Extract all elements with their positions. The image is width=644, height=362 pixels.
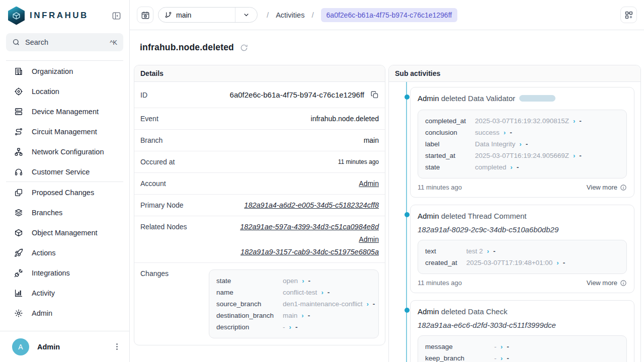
breadcrumb: / Activities / 6a0f2e6c-b61a-4f75-b974-c… bbox=[267, 8, 457, 22]
sub-activities-header: Sub activities bbox=[389, 65, 640, 82]
info-icon bbox=[620, 184, 627, 191]
search-input[interactable]: Search ^K bbox=[6, 33, 123, 51]
details-row-links: Admin bbox=[359, 179, 379, 188]
property-row: destination_branchmain›- bbox=[216, 310, 375, 321]
property-new-value: - bbox=[308, 277, 310, 285]
property-row: description-›- bbox=[216, 321, 375, 333]
sidebar-item-label: Organization bbox=[32, 67, 73, 75]
git-branch-icon bbox=[165, 11, 172, 19]
activity-title: Admin deleted Thread Comment bbox=[418, 211, 627, 221]
details-row-value: infrahub.node.deleted bbox=[311, 115, 379, 123]
activity-footer: 11 minutes agoView more bbox=[418, 178, 627, 192]
details-row: Eventinfrahub.node.deleted bbox=[134, 108, 385, 130]
sidebar-item-proposed-changes[interactable]: Proposed Changes bbox=[0, 183, 129, 203]
sidebar-item-integrations[interactable]: Integrations bbox=[0, 263, 129, 283]
property-old-value: - bbox=[494, 343, 497, 350]
details-row: Primary Node182a91a4-a6d2-e005-34d5-c518… bbox=[134, 195, 385, 216]
cube-icon bbox=[14, 228, 23, 237]
time-travel-button[interactable] bbox=[137, 7, 153, 23]
details-row-value: 6a0f2e6c-b61a-4f75-b974-c76c1e1296ff bbox=[230, 90, 364, 99]
infrahub-logo-icon bbox=[8, 7, 25, 25]
property-old-value: conflict-test bbox=[283, 289, 317, 296]
details-row-label: Event bbox=[140, 115, 158, 123]
property-values: open›- bbox=[283, 275, 375, 287]
sidebar-item-network-configuration[interactable]: Network Configuration bbox=[0, 142, 129, 162]
node-link[interactable]: 182a91a9-3157-cab9-34dc-c51975e6805a bbox=[240, 248, 379, 256]
property-new-value: - bbox=[373, 300, 375, 308]
sidebar-item-circuit-management[interactable]: Circuit Management bbox=[0, 122, 129, 142]
sidebar-item-organization[interactable]: Organization bbox=[0, 61, 129, 81]
details-row-label: Occured at bbox=[140, 158, 175, 166]
property-old-value: success bbox=[475, 129, 500, 136]
details-row-links: 182a91a4-a6d2-e005-34d5-c5182324cff8 bbox=[244, 201, 379, 209]
sidebar-item-admin[interactable]: Admin bbox=[0, 303, 129, 323]
property-old-value: den1-maintenance-conflict bbox=[283, 300, 362, 308]
activity-title: Admin deleted Data Check bbox=[418, 307, 627, 317]
breadcrumb-activities[interactable]: Activities bbox=[276, 11, 304, 19]
sidebar-item-object-management[interactable]: Object Management bbox=[0, 223, 129, 243]
property-row: keep_branch-›- bbox=[425, 352, 511, 362]
sidebar-item-label: Actions bbox=[32, 249, 56, 257]
property-new-value: - bbox=[507, 354, 509, 362]
activity-footer: 11 minutes agoView more bbox=[418, 274, 627, 288]
sidebar-item-customer-service[interactable]: Customer Service bbox=[0, 162, 129, 182]
chevron-right-icon: › bbox=[504, 129, 506, 136]
property-key: description bbox=[216, 321, 283, 333]
details-panel: Details ID6a0f2e6c-b61a-4f75-b974-c76c1e… bbox=[134, 65, 385, 345]
node-link[interactable]: 182a91a4-a6d2-e005-34d5-c5182324cff8 bbox=[244, 201, 379, 209]
branch-selector[interactable]: main bbox=[158, 7, 258, 23]
property-key: state bbox=[216, 275, 283, 287]
property-new-value: - bbox=[579, 152, 582, 159]
breadcrumb-activity-id[interactable]: 6a0f2e6c-b61a-4f75-b974-c76c1e1296ff bbox=[321, 8, 458, 22]
sidebar-collapse-icon[interactable] bbox=[112, 11, 121, 21]
sub-activities-panel: Sub activities Admin deleted Data Valida… bbox=[388, 65, 641, 362]
property-values: Data Integrity›- bbox=[475, 138, 582, 150]
main-area: main / Activities / 6a0f2e6c-b61a-4f75-b… bbox=[130, 0, 644, 362]
sidebar-item-activity[interactable]: Activity bbox=[0, 283, 129, 303]
view-more-link[interactable]: View more bbox=[587, 279, 627, 287]
sidebar-item-actions[interactable]: Actions bbox=[0, 243, 129, 263]
plug-icon bbox=[14, 268, 23, 278]
property-new-value: - bbox=[579, 117, 582, 125]
property-key: text bbox=[425, 245, 466, 257]
property-old-value: main bbox=[283, 312, 297, 319]
property-row: completed_at2025-03-07T16:19:32.090815Z›… bbox=[425, 115, 582, 127]
details-row-label: Changes bbox=[140, 269, 169, 278]
property-key: message bbox=[425, 341, 494, 352]
timeline-dot bbox=[405, 95, 410, 100]
property-key: name bbox=[216, 287, 283, 298]
app-window: INFRAHUB Search ^K OrganizationLocationD… bbox=[0, 0, 644, 362]
properties-table: message-›-keep_branch-›-enriched_conflic… bbox=[425, 341, 511, 362]
node-link[interactable]: 182a91ae-597a-4399-34d3-c51ca0984e8d bbox=[240, 223, 379, 231]
copy-button[interactable] bbox=[370, 90, 379, 99]
details-row-value-wrap: 6a0f2e6c-b61a-4f75-b974-c76c1e1296ff bbox=[230, 90, 379, 99]
property-old-value: 2025-03-07T17:19:48+01:00 bbox=[466, 259, 553, 266]
node-link[interactable]: Admin bbox=[359, 179, 379, 188]
property-values: test 2›- bbox=[466, 245, 565, 257]
timeline-dot bbox=[405, 212, 410, 217]
activity-card: Admin deleted Data Validatorcompleted_at… bbox=[410, 87, 634, 198]
property-values: 2025-03-07T16:19:32.090815Z›- bbox=[475, 115, 582, 127]
node-link[interactable]: Admin bbox=[359, 235, 379, 243]
page-content: infrahub.node.deleted Details ID6a0f2e6c… bbox=[130, 30, 644, 362]
chevron-right-icon: › bbox=[573, 152, 575, 159]
refresh-icon[interactable] bbox=[240, 44, 248, 52]
sidebar-item-branches[interactable]: Branches bbox=[0, 203, 129, 223]
user-menu-kebab-icon[interactable] bbox=[113, 342, 121, 351]
details-row-links: 182a91ae-597a-4399-34d3-c51ca0984e8dAdmi… bbox=[240, 223, 379, 256]
schema-graph-button[interactable] bbox=[620, 7, 637, 23]
sidebar-item-location[interactable]: Location bbox=[0, 81, 129, 102]
property-row: message-›- bbox=[425, 341, 511, 352]
view-more-link[interactable]: View more bbox=[587, 184, 627, 191]
property-key: created_at bbox=[425, 257, 466, 268]
property-old-value: 2025-03-07T16:19:32.090815Z bbox=[475, 117, 569, 125]
content-columns: Details ID6a0f2e6c-b61a-4f75-b974-c76c1e… bbox=[130, 65, 644, 362]
network-icon bbox=[14, 147, 23, 156]
property-old-value: test 2 bbox=[466, 247, 483, 255]
property-row: source_branchden1-maintenance-conflict›- bbox=[216, 298, 375, 310]
sidebar-nav-primary: OrganizationLocationDevice ManagementCir… bbox=[0, 61, 129, 182]
sidebar-item-device-management[interactable]: Device Management bbox=[0, 102, 129, 122]
property-old-value: open bbox=[283, 277, 298, 285]
chevron-right-icon: › bbox=[501, 343, 503, 350]
branch-selector-caret[interactable] bbox=[235, 8, 257, 22]
